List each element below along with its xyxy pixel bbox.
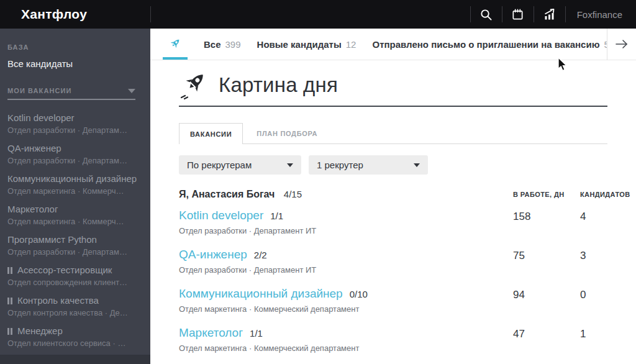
pause-icon: [7, 298, 12, 304]
vacancy-subtitle: Отдел разработки · Департам…: [7, 124, 140, 136]
sidebar-bottom-shade: [0, 355, 150, 364]
table-row: Коммуникационный дизайнер 0/10 Отдел мар…: [179, 287, 636, 326]
days-in-work: 158: [513, 211, 530, 223]
sidebar-item-vacancy[interactable]: Менеджер Отдел клиентского сервиса · …: [7, 325, 140, 355]
tab-recruitment-plan[interactable]: ПЛАН ПОДБОРА: [243, 123, 331, 143]
status-tab-strip: Все 399 Новые кандидаты 12 Отправлено пи…: [150, 29, 636, 60]
arrow-right-icon: [615, 39, 629, 49]
vacancy-fraction: 2/2: [254, 250, 267, 260]
vacancy-title: Программист Python: [7, 234, 97, 246]
sidebar-divider: [7, 99, 135, 100]
sidebar-item-vacancy[interactable]: Асессор-тестировщик Отдел сопровождения …: [7, 264, 140, 294]
candidates-count: 4: [580, 211, 586, 223]
days-in-work: 75: [513, 250, 525, 262]
sidebar: БАЗА Все кандидаты МОИ ВАКАНСИИ Kotlin d…: [0, 29, 150, 364]
vacancy-title: Kotlin developer: [7, 112, 75, 124]
vacancy-link[interactable]: Коммуникационный дизайнер: [179, 287, 343, 301]
app-window: Хантфлоу: [0, 0, 636, 364]
topbar: Хантфлоу: [0, 0, 636, 29]
vacancy-subtitle: Отдел разработки · Департам…: [7, 246, 140, 258]
candidates-count: 3: [580, 250, 586, 262]
tab-label: Отправлено письмо о приглашении на вакан…: [372, 39, 599, 50]
vacancy-fraction: 0/10: [350, 289, 368, 299]
dropdown-value: 1 рекрутер: [317, 160, 363, 170]
tabs-scroll-right-button[interactable]: [607, 29, 636, 60]
topbar-divider: [150, 6, 151, 22]
sidebar-item-vacancy[interactable]: Kotlin developer Отдел разработки · Депа…: [7, 112, 140, 142]
topbar-actions: Foxfinance: [470, 0, 636, 29]
column-header-days: В РАБОТЕ, ДН: [513, 191, 565, 198]
rocket-icon: [179, 70, 209, 100]
chevron-down-icon: [287, 163, 293, 167]
tab-new-candidates[interactable]: Новые кандидаты 12: [257, 39, 357, 50]
candidates-count: 0: [580, 289, 586, 301]
filters: По рекрутерам 1 рекрутер: [179, 155, 428, 175]
sidebar-item-vacancy[interactable]: Программист Python Отдел разработки · Де…: [7, 234, 140, 264]
tab-label: Все: [204, 39, 221, 50]
vacancy-subtitle: Отдел контроля качества · Де…: [7, 307, 140, 319]
calendar-icon[interactable]: [502, 0, 534, 29]
page-title: Картина дня: [219, 73, 338, 97]
app-logo[interactable]: Хантфлоу: [21, 7, 87, 22]
page-header: Картина дня: [179, 65, 607, 107]
vacancy-link[interactable]: Kotlin developer: [179, 209, 263, 222]
recruiter-fraction: 4/15: [284, 189, 302, 199]
main-content: Все 399 Новые кандидаты 12 Отправлено пи…: [150, 29, 636, 364]
table-row: QA-инженер 2/2 Отдел разработки · Департ…: [179, 248, 636, 287]
account-name[interactable]: Foxfinance: [566, 9, 636, 20]
vacancy-list: Kotlin developer Отдел разработки · Депа…: [7, 112, 140, 355]
vacancy-title: QA-инженер: [7, 142, 61, 155]
chevron-down-icon[interactable]: [128, 89, 135, 93]
vacancy-title: Коммуникационный дизайнер: [7, 173, 137, 185]
vacancy-title: Менеджер: [17, 325, 63, 337]
days-in-work: 94: [513, 289, 525, 301]
vacancy-link[interactable]: QA-инженер: [179, 248, 247, 262]
vacancy-fraction: 1/1: [250, 328, 263, 339]
vacancy-subtitle: Отдел маркетинга · Коммерч…: [7, 185, 140, 197]
chevron-down-icon: [414, 163, 420, 167]
vacancy-link[interactable]: Маркетолог: [179, 326, 243, 340]
vacancy-title: Контроль качества: [17, 294, 99, 307]
rocket-icon: [168, 37, 183, 52]
sidebar-item-vacancy[interactable]: QA-инженер Отдел разработки · Департам…: [7, 142, 140, 173]
table-row: Kotlin developer 1/1 Отдел разработки · …: [179, 209, 636, 248]
sidebar-item-vacancy[interactable]: Контроль качества Отдел контроля качеств…: [7, 294, 140, 325]
sidebar-item-vacancy[interactable]: Маркетолог Отдел маркетинга · Коммерч…: [7, 203, 140, 234]
tab-all[interactable]: Все 399: [204, 39, 241, 50]
tab-label: Новые кандидаты: [257, 39, 342, 50]
sidebar-item-vacancy[interactable]: Коммуникационный дизайнер Отдел маркетин…: [7, 173, 140, 203]
vacancy-subtitle: Отдел сопровождения клиент…: [7, 276, 140, 288]
stats-icon[interactable]: [534, 0, 565, 29]
vacancy-subtitle: Отдел маркетинга · Коммерч…: [7, 216, 140, 227]
sidebar-section-base: БАЗА: [7, 43, 29, 51]
vacancy-subtitle: Отдел разработки · Департам…: [7, 155, 140, 166]
table-row: Маркетолог 1/1 Отдел маркетинга · Коммер…: [179, 326, 636, 364]
vacancy-fraction: 1/1: [270, 211, 283, 221]
tab-invitation-sent[interactable]: Отправлено письмо о приглашении на вакан…: [372, 39, 609, 50]
recruiter-dropdown[interactable]: 1 рекрутер: [309, 155, 428, 175]
pause-icon: [7, 267, 12, 274]
vacancy-department: Отдел маркетинга · Коммерческий департам…: [179, 304, 359, 314]
group-header: Я, Анастасия Богач 4/15 В РАБОТЕ, ДН КАН…: [179, 189, 607, 201]
recruiter-name: Я, Анастасия Богач: [179, 189, 275, 199]
vacancy-title: Маркетолог: [7, 203, 58, 216]
group-by-dropdown[interactable]: По рекрутерам: [179, 155, 301, 175]
search-icon[interactable]: [471, 0, 502, 29]
pause-icon: [7, 328, 12, 335]
vacancy-subtitle: Отдел клиентского сервиса · …: [7, 337, 140, 349]
vacancy-title: Асессор-тестировщик: [17, 264, 112, 276]
active-tab-underline: [163, 57, 188, 60]
vacancy-department: Отдел разработки · Департамент ИТ: [179, 265, 316, 275]
tab-picture-of-day[interactable]: [163, 29, 188, 60]
dropdown-value: По рекрутерам: [187, 160, 252, 170]
sidebar-section-my-vacancies[interactable]: МОИ ВАКАНСИИ: [7, 87, 135, 94]
candidates-count: 1: [580, 328, 586, 340]
tab-count: 399: [225, 39, 241, 50]
sidebar-item-all-candidates[interactable]: Все кандидаты: [7, 58, 73, 69]
tab-count: 12: [346, 39, 357, 50]
vacancy-department: Отдел разработки · Департамент ИТ: [179, 226, 316, 235]
tab-vacancies[interactable]: ВАКАНСИИ: [179, 123, 243, 144]
column-header-candidates: КАНДИДАТОВ: [580, 191, 630, 198]
days-in-work: 47: [513, 328, 525, 340]
vacancy-table: Kotlin developer 1/1 Отдел разработки · …: [179, 209, 636, 364]
